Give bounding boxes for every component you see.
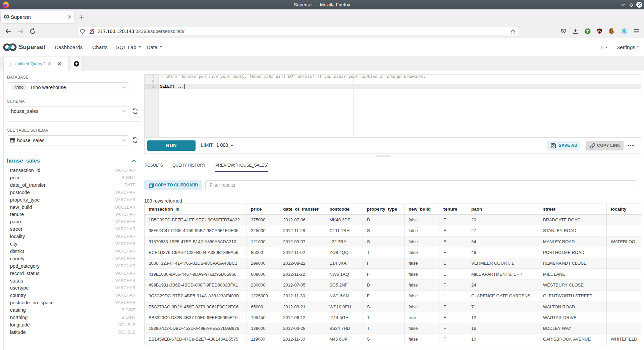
svg-text:uO: uO bbox=[598, 30, 601, 32]
